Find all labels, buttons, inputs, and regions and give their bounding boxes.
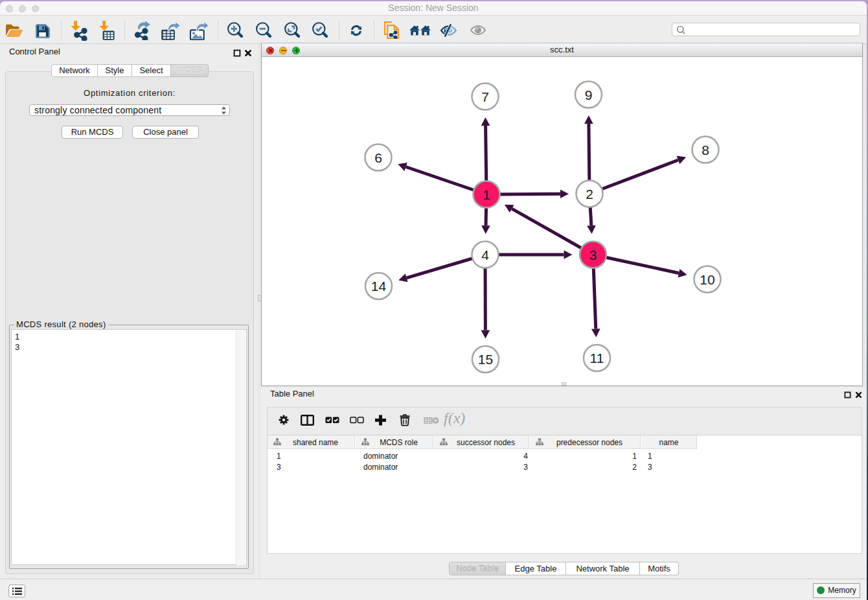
svg-text:10: 10 <box>700 272 714 287</box>
svg-text:8: 8 <box>702 143 709 157</box>
svg-text:6: 6 <box>374 150 382 165</box>
svg-text:7: 7 <box>481 89 489 104</box>
svg-text:1: 1 <box>483 187 490 202</box>
svg-text:15: 15 <box>478 352 493 367</box>
svg-text:3: 3 <box>589 248 597 262</box>
svg-text:11: 11 <box>590 351 604 365</box>
svg-text:2: 2 <box>586 187 593 202</box>
svg-text:4: 4 <box>481 248 489 262</box>
svg-text:14: 14 <box>371 279 387 294</box>
svg-text:9: 9 <box>585 87 593 102</box>
